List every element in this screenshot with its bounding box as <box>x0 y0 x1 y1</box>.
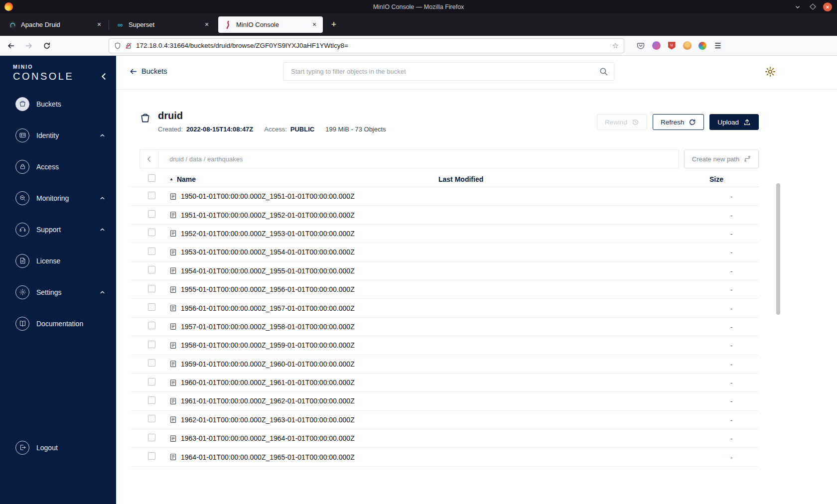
back-to-buckets-link[interactable]: Buckets <box>130 67 167 75</box>
table-row[interactable]: 1963-01-01T00:00:00.000Z_1964-01-01T00:0… <box>131 429 759 448</box>
tab-minio-console[interactable]: MinIO Console × <box>218 16 323 33</box>
chevron-up-icon <box>100 227 105 232</box>
tab-label: Superset <box>129 21 202 28</box>
row-checkbox[interactable] <box>148 359 155 367</box>
table-row[interactable]: 1957-01-01T00:00:00.000Z_1958-01-01T00:0… <box>131 318 759 336</box>
sidebar-item-logout[interactable]: Logout <box>0 432 116 463</box>
close-tab-icon[interactable]: × <box>202 20 211 29</box>
maximize-icon[interactable] <box>808 2 817 11</box>
sidebar-item-documentation[interactable]: Documentation <box>0 308 116 339</box>
sidebar-item-access[interactable]: Access <box>0 151 116 182</box>
sidebar-item-support[interactable]: Support <box>0 214 116 245</box>
close-tab-icon[interactable]: × <box>95 20 104 29</box>
table-row[interactable]: 1956-01-01T00:00:00.000Z_1957-01-01T00:0… <box>131 299 759 317</box>
table-row[interactable]: 1952-01-01T00:00:00.000Z_1953-01-01T00:0… <box>131 225 759 243</box>
settings-gear-icon[interactable] <box>764 66 776 78</box>
bookmark-star-icon[interactable]: ☆ <box>612 41 619 50</box>
tab-label: Apache Druid <box>21 21 95 28</box>
row-checkbox[interactable] <box>148 322 155 329</box>
column-header-last-modified[interactable]: Last Modified <box>438 175 709 183</box>
sidebar-item-buckets[interactable]: Buckets <box>0 88 116 120</box>
column-header-size[interactable]: Size <box>709 175 759 183</box>
prefix-icon <box>169 453 177 461</box>
sidebar-item-license[interactable]: License <box>0 245 116 276</box>
insecure-lock-icon[interactable] <box>125 42 132 49</box>
object-name: 1960-01-01T00:00:00.000Z_1961-01-01T00:0… <box>181 378 355 386</box>
tab-superset[interactable]: ∞ Superset × <box>111 16 215 33</box>
column-header-name[interactable]: ▲ Name <box>169 175 438 183</box>
refresh-button[interactable]: Refresh <box>653 114 704 130</box>
row-checkbox[interactable] <box>148 285 155 292</box>
forward-button[interactable] <box>20 38 38 53</box>
table-header: ▲ Name Last Modified Size <box>131 171 759 187</box>
search-input[interactable] <box>283 62 614 81</box>
row-checkbox[interactable] <box>148 415 155 422</box>
new-tab-button[interactable]: + <box>327 18 341 32</box>
table-row[interactable]: 1950-01-01T00:00:00.000Z_1951-01-01T00:0… <box>131 187 759 206</box>
row-checkbox[interactable] <box>148 452 155 460</box>
table-row[interactable]: 1961-01-01T00:00:00.000Z_1962-01-01T00:0… <box>131 392 759 410</box>
table-row[interactable]: 1955-01-01T00:00:00.000Z_1956-01-01T00:0… <box>131 280 759 299</box>
row-checkbox[interactable] <box>148 434 155 441</box>
row-checkbox[interactable] <box>148 378 155 385</box>
object-size: - <box>709 211 759 220</box>
object-size: - <box>709 266 759 275</box>
breadcrumb[interactable]: druid / data / earthquakes <box>169 155 243 163</box>
table-row[interactable]: 1951-01-01T00:00:00.000Z_1952-01-01T00:0… <box>131 206 759 224</box>
ublock-icon[interactable]: u <box>667 41 676 50</box>
table-row[interactable]: 1953-01-01T00:00:00.000Z_1954-01-01T00:0… <box>131 243 759 261</box>
object-rows: 1950-01-01T00:00:00.000Z_1951-01-01T00:0… <box>131 187 759 467</box>
row-checkbox[interactable] <box>148 229 155 236</box>
sidebar-item-identity[interactable]: Identity <box>0 120 116 151</box>
table-row[interactable]: 1959-01-01T00:00:00.000Z_1960-01-01T00:0… <box>131 355 759 374</box>
object-size: - <box>709 415 759 424</box>
url-text[interactable]: 172.18.0.4:31664/buckets/druid/browse/ZG… <box>136 42 608 49</box>
table-row[interactable]: 1960-01-01T00:00:00.000Z_1961-01-01T00:0… <box>131 374 759 392</box>
create-new-path-button[interactable]: Create new path <box>684 149 759 168</box>
upload-button[interactable]: Upload <box>709 114 759 130</box>
account-avatar-icon[interactable] <box>652 41 661 50</box>
profile-avatar-icon[interactable] <box>683 41 692 50</box>
rewind-button[interactable]: Rewind <box>597 114 647 130</box>
close-tab-icon[interactable]: × <box>310 20 319 29</box>
shield-icon[interactable] <box>114 42 121 49</box>
row-checkbox[interactable] <box>148 396 155 404</box>
scrollbar-thumb[interactable] <box>776 183 780 315</box>
tab-apache-druid[interactable]: Apache Druid × <box>3 16 108 33</box>
close-window-icon[interactable]: × <box>823 2 832 11</box>
access-icon <box>15 160 29 174</box>
table-row[interactable]: 1958-01-01T00:00:00.000Z_1959-01-01T00:0… <box>131 336 759 355</box>
extension-icon[interactable] <box>698 41 707 50</box>
select-all-checkbox[interactable] <box>148 174 155 182</box>
row-checkbox[interactable] <box>148 192 155 199</box>
prefix-icon <box>169 323 177 330</box>
path-back-button[interactable] <box>140 150 158 168</box>
url-bar[interactable]: 172.18.0.4:31664/buckets/druid/browse/ZG… <box>109 38 624 53</box>
row-checkbox[interactable] <box>148 248 155 255</box>
menu-icon[interactable]: ☰ <box>713 41 722 50</box>
row-checkbox[interactable] <box>148 303 155 311</box>
pocket-icon[interactable] <box>636 41 645 50</box>
new-path-icon <box>744 155 751 162</box>
table-row[interactable]: 1954-01-01T00:00:00.000Z_1955-01-01T00:0… <box>131 262 759 280</box>
row-checkbox[interactable] <box>148 210 155 218</box>
object-size: - <box>709 360 759 369</box>
object-name: 1961-01-01T00:00:00.000Z_1962-01-01T00:0… <box>181 397 355 405</box>
table-row[interactable]: 1964-01-01T00:00:00.000Z_1965-01-01T00:0… <box>131 448 759 466</box>
table-row[interactable]: 1962-01-01T00:00:00.000Z_1963-01-01T00:0… <box>131 411 759 429</box>
window-controls: × <box>793 0 832 13</box>
row-checkbox[interactable] <box>148 266 155 273</box>
app-area: MINIO CONSOLE BucketsIdentityAccessMonit… <box>0 56 837 504</box>
object-name: 1958-01-01T00:00:00.000Z_1959-01-01T00:0… <box>181 341 355 349</box>
sidebar-item-settings[interactable]: Settings <box>0 276 116 308</box>
back-button[interactable] <box>2 38 20 53</box>
minimize-icon[interactable] <box>793 2 802 11</box>
sidebar-collapse-icon[interactable] <box>98 71 109 82</box>
reload-button[interactable] <box>38 38 56 53</box>
sidebar-nav: BucketsIdentityAccessMonitoringSupportLi… <box>0 88 116 339</box>
bucket-access: PUBLIC <box>290 126 314 133</box>
main-content: Buckets <box>116 56 837 504</box>
row-checkbox[interactable] <box>148 341 155 348</box>
prefix-icon <box>169 435 177 442</box>
sidebar-item-monitoring[interactable]: Monitoring <box>0 182 116 214</box>
